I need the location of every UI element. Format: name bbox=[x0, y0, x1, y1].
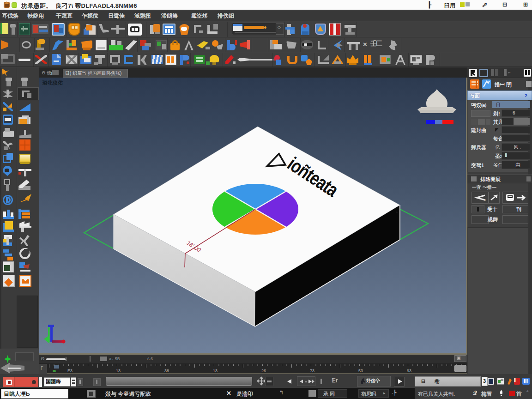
svg-text:53: 53 bbox=[358, 369, 363, 373]
svg-text:E3: E3 bbox=[67, 369, 73, 373]
svg-text:38: 38 bbox=[164, 369, 169, 373]
svg-text:13: 13 bbox=[213, 369, 218, 373]
svg-text:93: 93 bbox=[407, 369, 411, 373]
svg-text:73: 73 bbox=[310, 369, 314, 373]
svg-text:13: 13 bbox=[116, 369, 121, 373]
svg-text:26: 26 bbox=[261, 369, 266, 373]
